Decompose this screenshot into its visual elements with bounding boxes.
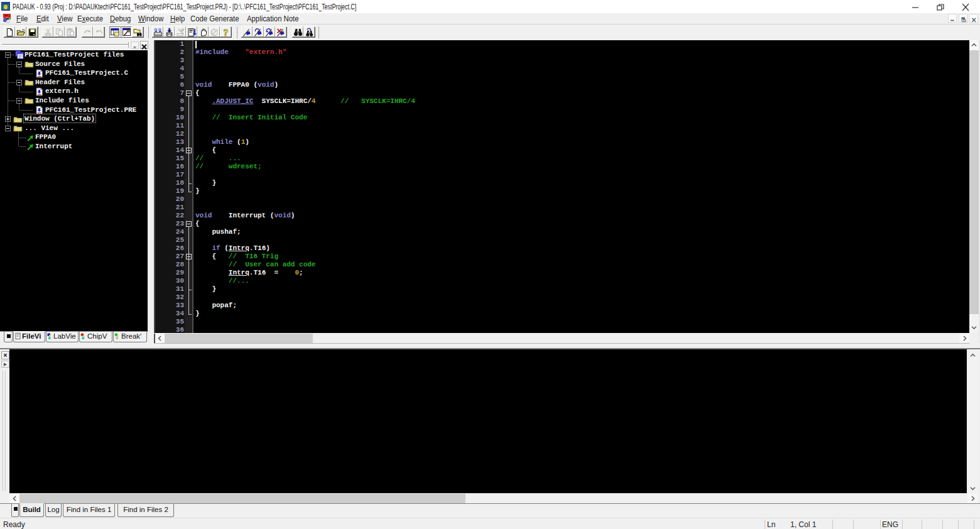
svg-text:?: ? xyxy=(224,28,229,37)
